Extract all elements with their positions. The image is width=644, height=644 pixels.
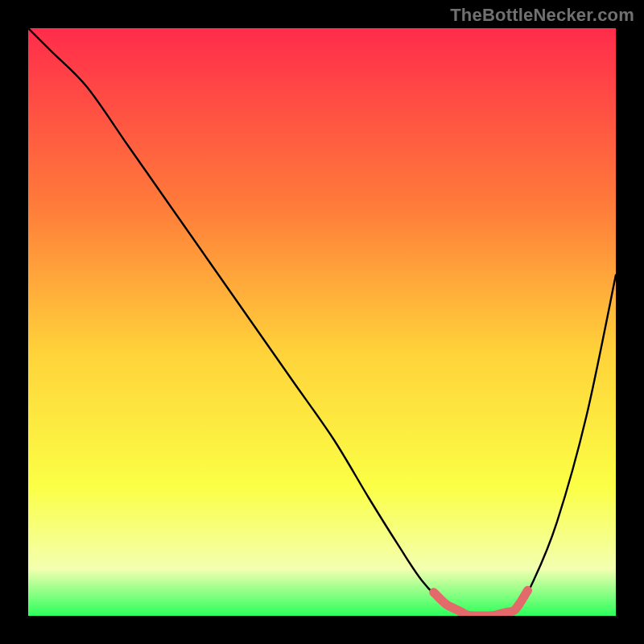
- gradient-background: [28, 28, 616, 616]
- plot-area: [28, 28, 616, 616]
- watermark-text: TheBottleNecker.com: [450, 5, 634, 26]
- chart-frame: TheBottleNecker.com: [0, 0, 644, 644]
- bottleneck-chart: [28, 28, 616, 616]
